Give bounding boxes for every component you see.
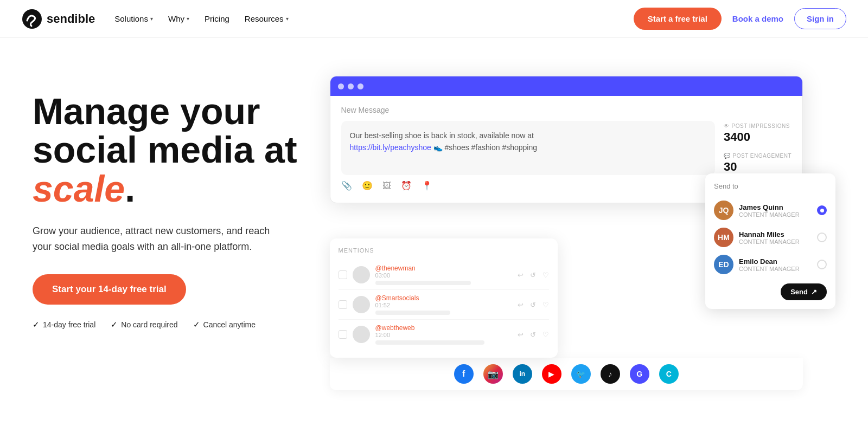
composer-content: Our best-selling shoe is back in stock, … [341, 121, 792, 175]
check-icon: ✓ [111, 320, 118, 330]
mention-content-3: @webtheweb 12:00 [375, 324, 512, 345]
composer-stats: 👁 POST IMPRESSIONS 3400 💬 POST ENGAGEMEN… [724, 121, 792, 175]
google-my-business-icon[interactable]: G [630, 364, 649, 384]
recipient-hannah[interactable]: HM Hannah Miles CONTENT MANAGER [714, 224, 827, 251]
badge-no-card: ✓ No card required [111, 320, 177, 330]
chevron-down-icon: ▾ [150, 16, 153, 22]
like-icon[interactable]: ♡ [542, 271, 549, 279]
send-arrow-icon: ↗ [811, 288, 817, 296]
mention-avatar-1 [353, 266, 370, 283]
composer-label: New Message [341, 106, 792, 114]
social-bar: f 📷 in ▶ 🐦 ♪ G C [330, 358, 803, 390]
mention-actions-1: ↩ ↺ ♡ [518, 271, 549, 279]
window-dot-1 [338, 83, 344, 89]
location-icon[interactable]: 📍 [422, 180, 432, 191]
mention-content-1: @thenewman 03:00 [375, 264, 512, 285]
retweet-icon[interactable]: ↺ [530, 331, 536, 339]
attachment-icon[interactable]: 📎 [341, 180, 352, 191]
mention-avatar-3 [353, 326, 370, 343]
nav-left: sendible Solutions ▾ Why ▾ Pricing Resou… [22, 9, 289, 29]
like-icon[interactable]: ♡ [542, 301, 549, 309]
mentions-title: MENTIONS [339, 247, 549, 254]
book-demo-button[interactable]: Book a demo [732, 14, 783, 23]
engagement-icon: 💬 [724, 153, 731, 159]
badge-trial: ✓ 14-day free trial [33, 320, 95, 330]
chevron-down-icon: ▾ [286, 16, 289, 22]
hero-section: Manage your social media at scale. Grow … [0, 38, 868, 439]
mention-item-3: @webtheweb 12:00 ↩ ↺ ♡ [339, 320, 549, 349]
like-icon[interactable]: ♡ [542, 331, 549, 339]
mention-checkbox-1[interactable] [339, 270, 347, 279]
recipient-info-hannah: Hannah Miles CONTENT MANAGER [739, 230, 812, 245]
check-icon: ✓ [33, 320, 40, 330]
recipient-emilo[interactable]: ED Emilo Dean CONTENT MANAGER [714, 251, 827, 278]
linkedin-icon[interactable]: in [513, 364, 532, 384]
reply-icon[interactable]: ↩ [518, 271, 524, 279]
nav-why[interactable]: Why ▾ [168, 14, 189, 23]
avatar-hannah: HM [714, 228, 733, 247]
tiktok-icon[interactable]: ♪ [601, 364, 620, 384]
mention-checkbox-3[interactable] [339, 330, 347, 339]
emoji-icon[interactable]: 🙂 [362, 180, 373, 191]
youtube-icon[interactable]: ▶ [542, 364, 561, 384]
mention-avatar-2 [353, 296, 370, 313]
badge-cancel: ✓ Cancel anytime [193, 320, 256, 330]
retweet-icon[interactable]: ↺ [530, 301, 536, 309]
send-button[interactable]: Send ↗ [781, 283, 827, 300]
stat-engagement: 💬 POST ENGAGEMENT 30 [724, 153, 792, 174]
start-trial-button[interactable]: Start a free trial [634, 8, 722, 30]
mention-item-1: @thenewman 03:00 ↩ ↺ ♡ [339, 260, 549, 290]
facebook-icon[interactable]: f [454, 364, 474, 384]
schedule-icon[interactable]: ⏰ [401, 180, 412, 191]
stat-impressions: 👁 POST IMPRESSIONS 3400 [724, 123, 792, 144]
nav-resources[interactable]: Resources ▾ [245, 14, 289, 23]
window-dot-2 [348, 83, 354, 89]
radio-hannah[interactable] [817, 233, 827, 242]
retweet-icon[interactable]: ↺ [530, 271, 536, 279]
reply-icon[interactable]: ↩ [518, 301, 524, 309]
hero-heading: Manage your social media at scale. [33, 92, 297, 208]
radio-emilo[interactable] [817, 260, 827, 269]
sign-in-button[interactable]: Sign in [794, 8, 846, 29]
radio-james[interactable] [817, 205, 827, 215]
mention-bar-3 [375, 340, 485, 345]
nav-pricing[interactable]: Pricing [205, 14, 229, 23]
hero-subtext: Grow your audience, attract new customer… [33, 223, 271, 255]
recipient-info-emilo: Emilo Dean CONTENT MANAGER [739, 257, 812, 272]
logo[interactable]: sendible [22, 9, 95, 29]
send-to-panel: Send to JQ James Quinn CONTENT MANAGER H… [705, 173, 835, 309]
mentions-panel: MENTIONS @thenewman 03:00 ↩ ↺ ♡ [330, 238, 558, 358]
recipient-info-james: James Quinn CONTENT MANAGER [739, 203, 812, 218]
avatar-emilo: ED [714, 255, 733, 274]
navbar: sendible Solutions ▾ Why ▾ Pricing Resou… [0, 0, 868, 38]
mention-checkbox-2[interactable] [339, 300, 347, 309]
nav-right: Start a free trial Book a demo Sign in [634, 8, 846, 30]
mention-content-2: @Smartsocials 01:52 [375, 294, 512, 315]
eye-icon: 👁 [724, 123, 730, 129]
canva-icon[interactable]: C [659, 364, 679, 384]
composer-text-area[interactable]: Our best-selling shoe is back in stock, … [341, 121, 715, 175]
mention-actions-3: ↩ ↺ ♡ [518, 331, 549, 339]
avatar-james: JQ [714, 201, 733, 220]
nav-links: Solutions ▾ Why ▾ Pricing Resources ▾ [114, 14, 288, 23]
mention-actions-2: ↩ ↺ ♡ [518, 301, 549, 309]
hero-ui-mockup: New Message Our best-selling shoe is bac… [330, 65, 835, 390]
window-titlebar [330, 76, 802, 96]
mention-bar-2 [375, 311, 451, 315]
nav-solutions[interactable]: Solutions ▾ [114, 14, 153, 23]
trust-badges: ✓ 14-day free trial ✓ No card required ✓… [33, 320, 297, 330]
recipient-james[interactable]: JQ James Quinn CONTENT MANAGER [714, 197, 827, 224]
mention-item-2: @Smartsocials 01:52 ↩ ↺ ♡ [339, 290, 549, 320]
twitter-icon[interactable]: 🐦 [571, 364, 591, 384]
hero-scale-word: scale [33, 168, 125, 209]
window-dot-3 [358, 83, 363, 89]
reply-icon[interactable]: ↩ [518, 331, 524, 339]
chevron-down-icon: ▾ [187, 16, 189, 22]
instagram-icon[interactable]: 📷 [483, 364, 503, 384]
media-icon[interactable]: 🖼 [382, 181, 391, 191]
mention-bar-1 [375, 281, 471, 285]
hero-left: Manage your social media at scale. Grow … [33, 70, 297, 330]
send-to-label: Send to [714, 182, 827, 190]
check-icon: ✓ [193, 320, 200, 330]
hero-cta-button[interactable]: Start your 14-day free trial [33, 274, 186, 305]
